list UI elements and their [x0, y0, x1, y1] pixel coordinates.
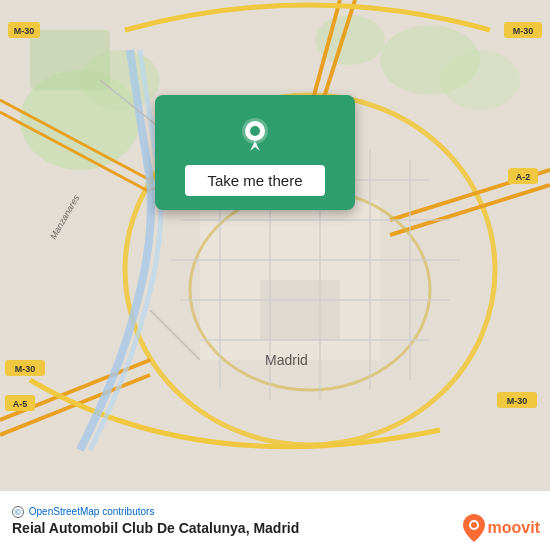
svg-text:M-30: M-30	[15, 364, 36, 374]
copyright-symbol: ©	[12, 506, 24, 518]
attribution-text: OpenStreetMap contributors	[29, 506, 155, 517]
svg-point-48	[250, 126, 260, 136]
map-container: M-30 M-30 A-2 A-5 M-30 M-30 Manzanares M…	[0, 0, 550, 490]
location-name: Reial Automobil Club De Catalunya, Madri…	[12, 520, 538, 536]
svg-text:A-2: A-2	[516, 172, 531, 182]
svg-rect-3	[30, 30, 110, 90]
svg-text:M-30: M-30	[507, 396, 528, 406]
svg-point-5	[440, 50, 520, 110]
moovit-pin-icon	[463, 514, 485, 542]
svg-text:A-5: A-5	[13, 399, 28, 409]
take-me-there-button[interactable]: Take me there	[185, 165, 324, 196]
attribution: © OpenStreetMap contributors	[12, 506, 538, 518]
svg-rect-8	[260, 280, 340, 340]
svg-text:M-30: M-30	[513, 26, 534, 36]
moovit-logo: moovit	[463, 514, 540, 542]
bottom-bar: © OpenStreetMap contributors Reial Autom…	[0, 490, 550, 550]
svg-text:Madrid: Madrid	[265, 352, 308, 368]
svg-point-50	[471, 522, 477, 528]
location-pin-icon	[234, 113, 276, 155]
svg-text:M-30: M-30	[14, 26, 35, 36]
location-card: Take me there	[155, 95, 355, 210]
moovit-label: moovit	[488, 519, 540, 537]
map-svg: M-30 M-30 A-2 A-5 M-30 M-30 Manzanares M…	[0, 0, 550, 490]
